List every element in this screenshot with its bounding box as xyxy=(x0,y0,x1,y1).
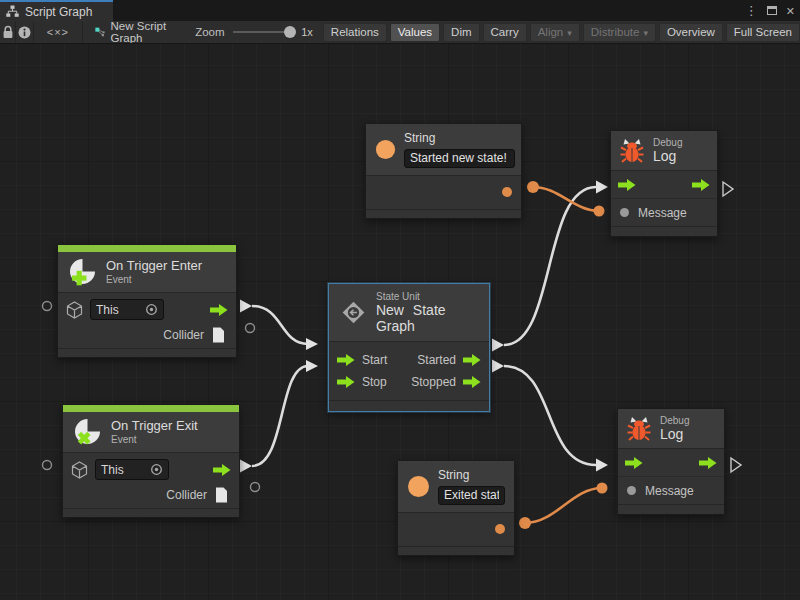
graph-breadcrumb[interactable]: New Script Graph xyxy=(95,21,172,44)
menu-kebab-icon[interactable] xyxy=(745,4,758,17)
node-title: Log xyxy=(653,148,682,164)
port-label: Collider xyxy=(163,328,204,342)
wire-string-to-message-top[interactable] xyxy=(533,187,599,211)
node-footer xyxy=(618,504,724,514)
wire-enter-to-start[interactable] xyxy=(252,306,308,344)
wire-endpoint-dot xyxy=(594,206,605,217)
unconnected-port-circle[interactable] xyxy=(43,302,52,311)
node-debug-log-top[interactable]: Debug Log Message xyxy=(610,130,718,237)
tab-script-graph[interactable]: Script Graph xyxy=(0,0,113,21)
message-input-port[interactable] xyxy=(627,486,636,495)
object-picker-icon[interactable] xyxy=(145,303,158,316)
wire-endpoint-dot xyxy=(597,483,608,494)
unconnected-port-triangle[interactable] xyxy=(731,458,741,472)
toolbar-toggles: Relations Values Dim Carry Align Distrib… xyxy=(323,23,800,42)
wire-arrowhead xyxy=(306,360,318,372)
node-title: On Trigger Exit xyxy=(111,418,198,433)
event-color-bar xyxy=(58,245,236,252)
zoom-slider[interactable] xyxy=(233,25,295,39)
port-label: Stop xyxy=(362,375,387,389)
flow-output-port[interactable] xyxy=(699,457,717,469)
graph-canvas[interactable]: String Debug Log xyxy=(0,44,800,600)
fullscreen-button[interactable]: Full Screen xyxy=(726,23,800,42)
node-subtitle: Event xyxy=(106,274,202,285)
gameobject-cube-icon xyxy=(71,461,88,479)
node-header: State Unit New State Graph xyxy=(329,284,489,342)
wire-arrowhead xyxy=(492,360,504,373)
chevron-down-icon xyxy=(643,26,648,38)
tab-label: Script Graph xyxy=(25,5,92,19)
close-icon[interactable] xyxy=(786,5,795,17)
flow-output-port[interactable] xyxy=(692,179,710,191)
flow-output-port[interactable] xyxy=(213,464,231,476)
port-label: Started xyxy=(417,353,456,367)
node-kicker: Debug xyxy=(660,415,689,426)
node-string-top[interactable]: String xyxy=(365,123,522,219)
string-output-port[interactable] xyxy=(495,524,505,534)
relations-toggle[interactable]: Relations xyxy=(323,23,387,42)
flow-output-port[interactable] xyxy=(210,304,228,316)
flow-output-port[interactable] xyxy=(463,354,481,366)
gameobject-cube-icon xyxy=(66,301,83,319)
unconnected-port-triangle[interactable] xyxy=(723,182,733,196)
node-footer xyxy=(398,546,514,555)
flow-input-port[interactable] xyxy=(625,457,643,469)
flow-input-port[interactable] xyxy=(337,376,355,388)
string-literal-icon xyxy=(375,138,396,161)
flow-input-port[interactable] xyxy=(618,179,636,191)
node-on-trigger-exit[interactable]: On Trigger Exit Event This xyxy=(62,404,240,518)
unconnected-port-circle[interactable] xyxy=(246,324,255,333)
unconnected-port-circle[interactable] xyxy=(251,483,260,492)
toolbar: <×> New Script Graph Zoom 1x Relations V… xyxy=(0,21,800,44)
node-title: On Trigger Enter xyxy=(106,258,202,273)
node-state-unit[interactable]: State Unit New State Graph Start Started… xyxy=(328,283,490,412)
node-debug-log-bottom[interactable]: Debug Log Message xyxy=(617,408,725,515)
target-object-field[interactable]: This xyxy=(90,299,164,320)
value-port-row: Message xyxy=(611,199,717,226)
info-button[interactable] xyxy=(16,21,34,44)
object-picker-icon[interactable] xyxy=(150,463,163,476)
node-on-trigger-enter[interactable]: On Trigger Enter Event This xyxy=(57,244,237,358)
wire-exit-to-stop[interactable] xyxy=(252,366,308,466)
node-title: Log xyxy=(660,426,689,442)
collider-document-icon[interactable] xyxy=(212,327,225,343)
unconnected-port-circle[interactable] xyxy=(43,461,52,470)
node-kicker: Debug xyxy=(653,137,682,148)
string-output-port[interactable] xyxy=(502,187,512,197)
bug-icon xyxy=(619,137,645,164)
event-add-icon xyxy=(67,256,98,287)
node-header: Debug Log xyxy=(618,409,724,449)
distribute-dropdown[interactable]: Distribute xyxy=(583,23,656,42)
connection-values-button[interactable]: <×> xyxy=(34,21,82,44)
align-dropdown[interactable]: Align xyxy=(530,23,580,42)
maximize-icon[interactable] xyxy=(767,6,777,15)
node-footer xyxy=(366,209,521,218)
wire-arrowhead xyxy=(240,300,252,313)
node-title: New State Graph xyxy=(376,302,479,334)
zoom-slider-handle[interactable] xyxy=(284,26,296,38)
node-string-bottom[interactable]: String xyxy=(397,460,515,556)
overview-button[interactable]: Overview xyxy=(659,23,723,42)
port-label: Message xyxy=(645,484,694,498)
collider-document-icon[interactable] xyxy=(215,487,228,503)
graph-name: New Script Graph xyxy=(111,21,172,44)
flow-output-port[interactable] xyxy=(463,376,481,388)
node-body: This Collider xyxy=(63,453,239,508)
lock-button[interactable] xyxy=(0,21,16,44)
message-input-port[interactable] xyxy=(620,208,629,217)
carry-toggle[interactable]: Carry xyxy=(483,23,527,42)
target-object-field[interactable]: This xyxy=(95,459,169,480)
node-header: On Trigger Enter Event xyxy=(58,252,236,293)
titlebar: Script Graph xyxy=(0,0,800,21)
wire-string-to-message-bottom[interactable] xyxy=(525,488,602,523)
wire-arrowhead xyxy=(306,338,318,350)
wire-stopped-to-log[interactable] xyxy=(504,366,596,465)
lock-icon xyxy=(2,25,14,39)
string-value-input[interactable] xyxy=(404,149,515,168)
dim-toggle[interactable]: Dim xyxy=(443,23,479,42)
event-remove-icon xyxy=(72,416,103,447)
string-value-input[interactable] xyxy=(438,486,505,505)
flow-input-port[interactable] xyxy=(337,354,355,366)
values-toggle[interactable]: Values xyxy=(390,23,440,42)
node-subtitle: Event xyxy=(111,434,198,445)
